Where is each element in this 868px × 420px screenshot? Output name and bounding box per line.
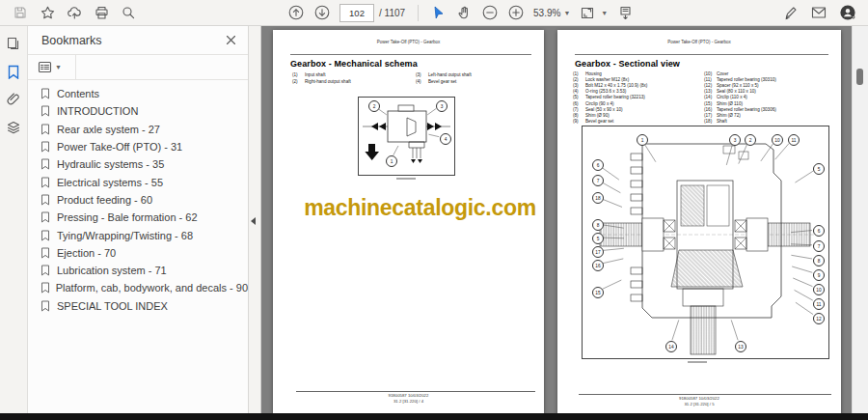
page-number-input[interactable]: [339, 4, 374, 22]
bookmark-item[interactable]: INTRODUCTION: [28, 102, 248, 120]
zoom-level-value[interactable]: 53.9%: [533, 8, 560, 18]
legend-item: (18)Shaft: [704, 119, 776, 125]
diagram-callout: 18: [592, 192, 604, 204]
pdf-page-right: Power Take-Off (PTO) - Gearbox Gearbox -…: [557, 30, 841, 413]
diagram-callout: 7: [592, 175, 604, 186]
diagram-callout: 10: [772, 134, 783, 146]
bookmark-item[interactable]: Ejection - 70: [28, 244, 248, 262]
bookmark-icon: [41, 211, 50, 223]
zoom-out-button[interactable]: [477, 2, 502, 23]
bookmark-item[interactable]: SPECIAL TOOL INDEX: [28, 297, 248, 315]
sign-pen-button[interactable]: [777, 2, 802, 23]
hand-tool-button[interactable]: [451, 2, 476, 23]
bookmark-item-label: Tying/Wrapping/Twisting - 68: [57, 230, 193, 241]
fit-page-button[interactable]: [575, 2, 600, 23]
star-icon[interactable]: [35, 2, 60, 23]
next-page-button[interactable]: [310, 2, 335, 23]
bookmark-item[interactable]: Hydraulic systems - 35: [28, 155, 248, 173]
legend-item: (2)Right-hand output shaft: [292, 78, 351, 85]
bookmarks-panel: Bookmarks ▼ Contents INTRODUCTION: [28, 26, 249, 413]
page-header: Power Take-Off (PTO) - Gearbox: [557, 40, 841, 44]
bookmark-item[interactable]: Tying/Wrapping/Twisting - 68: [28, 226, 248, 243]
footer-rule: [296, 391, 535, 392]
navigation-pane-strip: [0, 26, 28, 413]
email-button[interactable]: [806, 2, 831, 23]
bookmark-icon: [41, 124, 50, 135]
header-rule: [575, 54, 828, 55]
diagram-callout: 4: [440, 133, 451, 145]
save-button[interactable]: [8, 2, 33, 23]
legend-item: (11)Tapered roller bearing (30310): [704, 76, 776, 82]
bookmark-item[interactable]: Platform, cab, bodywork, and decals - 90: [28, 279, 248, 296]
legend-column-2: (3)Left-hand output shaft(4)Bevel gear s…: [416, 71, 472, 85]
legend-item: (3)Bolt M12 x 40 x 1.75 (10.9) (8x): [573, 82, 647, 88]
bookmarks-panel-icon[interactable]: [4, 63, 23, 80]
bookmark-options-button[interactable]: ▼: [28, 55, 76, 79]
diagram-callout: 7: [813, 240, 825, 252]
diagram-callout: 6: [592, 159, 604, 171]
figure-reference: [688, 361, 707, 363]
diagram-callout: 8: [592, 219, 604, 231]
zoom-in-button[interactable]: [503, 2, 529, 23]
bookmark-item-label: Contents: [57, 88, 99, 99]
bookmark-item-label: Power Take-Off (PTO) - 31: [57, 141, 182, 153]
close-panel-icon[interactable]: [219, 29, 242, 52]
diagram-callout: 16: [592, 260, 604, 271]
fit-dropdown-caret[interactable]: ▼: [601, 10, 608, 16]
legend-column-1: (1)Input shaft(2)Right-hand output shaft: [292, 71, 351, 85]
bookmark-list: Contents INTRODUCTION Rear axle system -…: [28, 80, 248, 315]
watermark-text: machinecatalogic.com: [273, 195, 544, 221]
user-avatar[interactable]: [835, 2, 860, 23]
bookmark-item[interactable]: Electrical systems - 55: [28, 173, 248, 190]
select-tool-button[interactable]: [425, 2, 450, 23]
legend-item: (9)Bevel gear set: [573, 119, 647, 125]
acrobat-window: / 1107 53.9% ▼ ▼: [0, 0, 868, 420]
bookmark-item-label: Lubrication system - 71: [57, 265, 167, 276]
page-thumbnails-icon[interactable]: [4, 35, 23, 52]
sectional-view-diagram: 1321011671885171615567891011121413: [582, 126, 829, 359]
legend-item: (16)Tapered roller bearing (30306): [704, 106, 776, 112]
footer-doc-code: 91800587 10/03/2022: [273, 393, 544, 398]
bookmark-item[interactable]: Rear axle system - 27: [28, 121, 248, 138]
bookmark-icon: [41, 230, 50, 241]
diagram-callout: 8: [813, 255, 825, 266]
bookmark-icon: [41, 300, 50, 312]
bookmark-item[interactable]: Power Take-Off (PTO) - 31: [28, 138, 248, 155]
scrolling-view-button[interactable]: [612, 2, 637, 23]
main-area: Bookmarks ▼ Contents INTRODUCTION: [0, 26, 868, 413]
header-rule: [290, 54, 531, 55]
vertical-scrollbar[interactable]: [852, 26, 868, 413]
diagram-callout: 5: [813, 163, 825, 175]
bookmark-icon: [41, 88, 50, 99]
footer-page-ref: 31.2 [31.220] / 5: [557, 402, 841, 406]
panel-collapse-strip[interactable]: [249, 26, 261, 413]
sectional-leader-lines: [583, 126, 828, 358]
legend-item: (3)Left-hand output shaft: [416, 71, 472, 78]
previous-page-button[interactable]: [284, 2, 309, 23]
bookmark-item[interactable]: Contents: [28, 85, 248, 102]
search-icon[interactable]: [116, 2, 141, 23]
scrollbar-thumb[interactable]: [856, 69, 863, 85]
bookmark-item[interactable]: Lubrication system - 71: [28, 262, 248, 279]
diagram-callout: 11: [813, 298, 825, 310]
print-button[interactable]: [89, 2, 114, 23]
collapse-panel-arrow-icon[interactable]: [251, 217, 256, 225]
diagram-callout: 17: [592, 246, 604, 258]
bookmark-item[interactable]: Pressing - Bale formation - 62: [28, 209, 248, 226]
footer-rule: [579, 394, 831, 395]
bookmark-item[interactable]: Product feeding - 60: [28, 191, 248, 209]
page-header: Power Take-Off (PTO) - Gearbox: [273, 40, 544, 44]
attachments-icon[interactable]: [4, 91, 23, 108]
bookmark-icon: [41, 105, 50, 117]
bookmark-icon: [41, 265, 50, 276]
legend-column-1: (1)Housing(2)Lock washer M12 (8x)(3)Bolt…: [573, 70, 647, 125]
legend-item: (4)Bevel gear set: [416, 78, 472, 85]
bookmark-icon: [41, 194, 50, 206]
footer-doc-code: 91800587 10/03/2022: [557, 396, 841, 401]
diagram-callout: 2: [368, 100, 380, 112]
bottom-black-bar: [0, 413, 868, 420]
zoom-dropdown-caret[interactable]: ▼: [563, 10, 570, 16]
toolbar-divider: [418, 5, 419, 21]
layers-icon[interactable]: [4, 119, 23, 136]
share-cloud-button[interactable]: [62, 2, 87, 23]
